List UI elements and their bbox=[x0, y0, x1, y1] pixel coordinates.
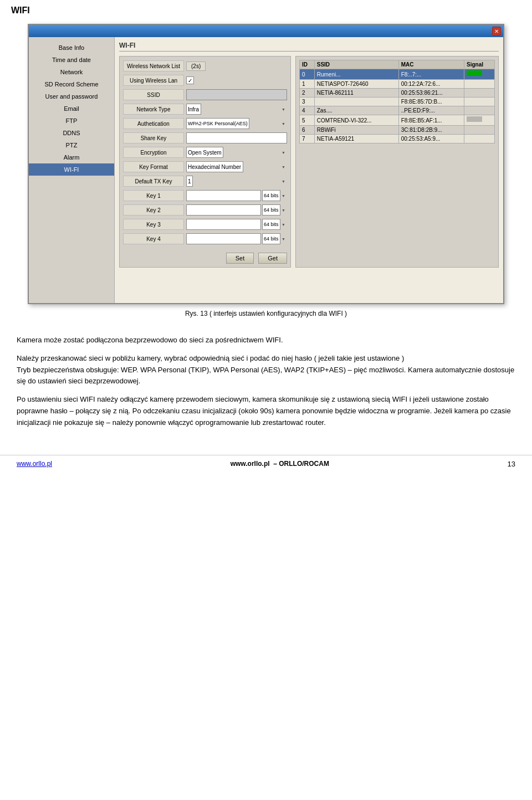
table-row[interactable]: 2 NETIA-862111 00:25:53:86:21... bbox=[300, 89, 495, 98]
encryption-select-wrapper: Open System bbox=[186, 147, 287, 158]
default-tx-key-label: Default TX Key bbox=[123, 176, 184, 187]
key4-bits-select[interactable]: 64 bits bbox=[262, 233, 280, 244]
cell-mac: ..PE:ED:F9:... bbox=[398, 106, 464, 115]
ssid-input[interactable] bbox=[186, 89, 287, 100]
cell-mac: F8:8E:85:7D:B... bbox=[398, 98, 464, 106]
sidebar-item-sd-record[interactable]: SD Record Scheme bbox=[29, 78, 114, 90]
cell-id: 1 bbox=[300, 80, 315, 89]
key3-input[interactable] bbox=[186, 219, 261, 230]
app-body: Base Info Time and date Network SD Recor… bbox=[29, 37, 503, 303]
cell-mac: 00:12:2A:72:6... bbox=[398, 80, 464, 89]
figure-caption: Rys. 13 ( interfejs ustawień konfiguracy… bbox=[0, 310, 532, 317]
key4-row: Key 4 64 bits bbox=[123, 233, 287, 245]
share-key-input[interactable] bbox=[186, 132, 287, 143]
footer-link[interactable]: www.orllo.pl bbox=[17, 460, 52, 468]
col-header-id: ID bbox=[300, 60, 315, 69]
key2-row: Key 2 64 bits bbox=[123, 204, 287, 216]
footer-page-number: 13 bbox=[508, 460, 515, 468]
sidebar-item-alarm[interactable]: Alarm bbox=[29, 151, 114, 163]
table-row[interactable]: 4 Zas.... ..PE:ED:F9:... bbox=[300, 106, 495, 115]
cell-id: 2 bbox=[300, 89, 315, 98]
cell-ssid: NETIA-862111 bbox=[314, 89, 398, 98]
cell-mac: 3C:81:D8:2B:9... bbox=[398, 126, 464, 135]
ssid-label: SSID bbox=[123, 89, 184, 100]
footer-brand-text: – ORLLO/ROCAM bbox=[273, 460, 329, 468]
table-row[interactable]: 6 RBWiFi 3C:81:D8:2B:9... bbox=[300, 126, 495, 135]
table-row[interactable]: 1 NETIASPOT-726460 00:12:2A:72:6... bbox=[300, 80, 495, 89]
network-type-select[interactable]: Infra bbox=[186, 104, 201, 115]
cell-ssid: Zas.... bbox=[314, 106, 398, 115]
title-bar: ✕ bbox=[29, 25, 503, 37]
key4-input[interactable] bbox=[186, 233, 261, 244]
key2-bits-select[interactable]: 64 bits bbox=[262, 204, 280, 216]
cell-id: 5 bbox=[300, 115, 315, 126]
cell-mac: F8:..7:... bbox=[398, 69, 464, 80]
buttons-row: Set Get bbox=[123, 249, 287, 264]
sidebar-item-time-date[interactable]: Time and date bbox=[29, 54, 114, 66]
get-button[interactable]: Get bbox=[258, 253, 287, 264]
key1-bits-wrapper: 64 bits bbox=[262, 190, 287, 201]
network-panel: ID SSID MAC Signal 0 Rumeni... F8:..7:..… bbox=[295, 56, 499, 268]
sidebar-item-ptz[interactable]: PTZ bbox=[29, 139, 114, 151]
wireless-network-list-row: Wireless Network List (2s) bbox=[123, 60, 287, 72]
close-button[interactable]: ✕ bbox=[492, 27, 501, 35]
authentication-select[interactable]: WPA2-PSK Personal(AES) bbox=[186, 118, 249, 129]
authentication-select-wrapper: WPA2-PSK Personal(AES) bbox=[186, 118, 287, 129]
key-format-select[interactable]: Hexadecimal Number bbox=[186, 161, 243, 172]
cell-ssid: Rumeni... bbox=[314, 69, 398, 80]
network-table: ID SSID MAC Signal 0 Rumeni... F8:..7:..… bbox=[299, 60, 495, 143]
paragraph-3: Po ustawieniu sieci WIFI należy odłączyć… bbox=[17, 394, 515, 428]
network-type-label: Network Type bbox=[123, 104, 184, 115]
two-panel: Wireless Network List (2s) Using Wireles… bbox=[119, 56, 499, 268]
sidebar-item-ddns[interactable]: DDNS bbox=[29, 127, 114, 139]
sidebar-item-wifi[interactable]: WI-FI bbox=[29, 163, 114, 176]
key1-row: Key 1 64 bits bbox=[123, 189, 287, 202]
refresh-button[interactable]: (2s) bbox=[186, 61, 206, 71]
sidebar-item-email[interactable]: Email bbox=[29, 102, 114, 115]
cell-ssid: NETIASPOT-726460 bbox=[314, 80, 398, 89]
table-row[interactable]: 3 F8:8E:85:7D:B... bbox=[300, 98, 495, 106]
key2-input[interactable] bbox=[186, 204, 261, 216]
network-type-select-wrapper: Infra bbox=[186, 104, 287, 115]
encryption-label: Encryption bbox=[123, 147, 184, 158]
cell-signal bbox=[464, 115, 495, 126]
footer: www.orllo.pl www.orllo.pl – ORLLO/ROCAM … bbox=[0, 455, 532, 473]
cell-signal bbox=[464, 80, 495, 89]
page-title: WIFI bbox=[0, 0, 532, 18]
cell-id: 6 bbox=[300, 126, 315, 135]
share-key-row: Share Key bbox=[123, 132, 287, 144]
sidebar-item-base-info[interactable]: Base Info bbox=[29, 42, 114, 54]
key2-label: Key 2 bbox=[123, 204, 184, 216]
cell-signal bbox=[464, 126, 495, 135]
sidebar-item-user-password[interactable]: User and password bbox=[29, 90, 114, 102]
default-tx-key-select[interactable]: 1 bbox=[186, 176, 193, 187]
default-tx-key-select-wrapper: 1 bbox=[186, 176, 287, 187]
cell-mac: F8:8E:B5:AF:1... bbox=[398, 115, 464, 126]
sidebar-item-ftp[interactable]: FTP bbox=[29, 115, 114, 127]
encryption-select[interactable]: Open System bbox=[186, 147, 223, 158]
key1-input[interactable] bbox=[186, 190, 261, 201]
key-format-select-wrapper: Hexadecimal Number bbox=[186, 161, 287, 172]
using-wireless-lan-label: Using Wireless Lan bbox=[123, 75, 184, 86]
cell-signal bbox=[464, 89, 495, 98]
doc-content: Kamera może zostać podłączona bezprzewod… bbox=[0, 326, 532, 444]
cell-ssid: NETIA-A59121 bbox=[314, 135, 398, 143]
set-button[interactable]: Set bbox=[226, 253, 254, 264]
paragraph-1: Kamera może zostać podłączona bezprzewod… bbox=[17, 335, 515, 346]
table-row[interactable]: 0 Rumeni... F8:..7:... bbox=[300, 69, 495, 80]
key-format-row: Key Format Hexadecimal Number bbox=[123, 161, 287, 173]
key3-bits-select[interactable]: 64 bits bbox=[262, 219, 280, 230]
table-row[interactable]: 5 COMTREND-VI-322... F8:8E:B5:AF:1... bbox=[300, 115, 495, 126]
using-wireless-lan-checkbox[interactable]: ✓ bbox=[186, 76, 194, 84]
key1-label: Key 1 bbox=[123, 190, 184, 201]
key-format-label: Key Format bbox=[123, 161, 184, 172]
form-panel: Wireless Network List (2s) Using Wireles… bbox=[119, 56, 291, 268]
sidebar: Base Info Time and date Network SD Recor… bbox=[29, 37, 115, 303]
network-type-row: Network Type Infra bbox=[123, 103, 287, 115]
key4-label: Key 4 bbox=[123, 233, 184, 244]
table-row[interactable]: 7 NETIA-A59121 00:25:53:A5:9... bbox=[300, 135, 495, 143]
cell-ssid: RBWiFi bbox=[314, 126, 398, 135]
key1-bits-select[interactable]: 64 bits bbox=[262, 190, 280, 201]
default-tx-key-row: Default TX Key 1 bbox=[123, 175, 287, 187]
sidebar-item-network[interactable]: Network bbox=[29, 66, 114, 78]
